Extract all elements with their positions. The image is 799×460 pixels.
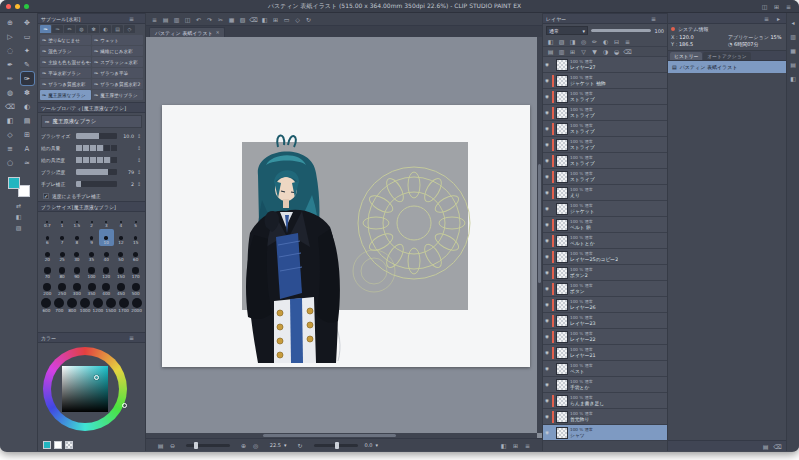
current-brush[interactable]: ✑ 魔王原液なブラシ <box>41 115 142 128</box>
frame-tool-icon[interactable]: ⊞ <box>21 128 34 141</box>
layer-thumbnail[interactable] <box>556 283 568 295</box>
layer-row[interactable]: ◉100 % 通常ボタン2 <box>543 265 667 281</box>
brush-size-cell[interactable]: 1000 <box>79 297 92 314</box>
brush-size-cell[interactable]: 5 <box>128 212 143 229</box>
palette-opt-icon[interactable]: ≡ <box>623 37 632 46</box>
layer-visibility-toggle[interactable]: ◉ <box>544 206 550 211</box>
horizontal-scroll-thumb[interactable] <box>263 434 396 437</box>
checkbox-icon[interactable]: ✓ <box>43 193 49 199</box>
brush-size-cell[interactable]: 700 <box>53 297 66 314</box>
cut-icon[interactable]: ✂ <box>216 15 225 24</box>
transparent-color-icon[interactable]: ▨ <box>14 223 23 232</box>
brush-size-cell[interactable]: 10 <box>99 229 114 246</box>
layer-row[interactable]: ◉100 % 通常ボタン <box>543 281 667 297</box>
reference-layer-icon[interactable]: ◎ <box>579 37 588 46</box>
layer-row[interactable]: ◉100 % 通常ベルトとか <box>543 233 667 249</box>
selection-tool-icon[interactable]: ▭ <box>21 30 34 43</box>
layer-row[interactable]: ◉100 % 通常レイヤー25のコピー2 <box>543 249 667 265</box>
subtool-tab-5[interactable]: ✽ <box>88 25 99 33</box>
subtool-brush-item[interactable]: ✑ザラつき平筆 <box>92 68 143 78</box>
brush-size-cell[interactable]: 50 <box>114 246 129 263</box>
delete-history-icon[interactable]: ⌫ <box>773 442 782 451</box>
rotate-reset-icon[interactable]: ↻ <box>296 441 305 450</box>
brush-size-cell[interactable]: 7 <box>55 229 70 246</box>
subtool-tab-3[interactable]: ✏ <box>64 25 75 33</box>
stepper-icon[interactable]: ↕ <box>136 145 142 151</box>
layer-row[interactable]: ◉100 % 通常ストライプ <box>543 89 667 105</box>
menu-icon[interactable]: ≡ <box>150 15 159 24</box>
apply-mask-icon[interactable]: ◒ <box>612 47 621 56</box>
brush-size-cell[interactable]: 600 <box>40 297 53 314</box>
brush-size-cell[interactable]: 3 <box>99 212 114 229</box>
save-icon[interactable]: ◫ <box>183 15 192 24</box>
history-item[interactable]: ▤パスティン 表紙イラスト <box>668 61 786 73</box>
brush-size-cell[interactable]: 0.7 <box>40 212 55 229</box>
layer-thumbnail[interactable] <box>556 331 568 343</box>
correction-tool-icon[interactable]: ≈ <box>21 156 34 169</box>
subtool-brush-item[interactable]: ✑ザラつき質感水彩 <box>40 79 91 89</box>
layer-row[interactable]: ◉100 % 通常ベルト 鋲 <box>543 217 667 233</box>
layer-visibility-toggle[interactable]: ◉ <box>544 430 550 435</box>
reset-zoom-icon[interactable]: ◎ <box>251 441 260 450</box>
tab-history[interactable]: ヒストリー <box>670 52 702 60</box>
layer-row[interactable]: ◉100 % 通常ジャケット <box>543 201 667 217</box>
close-window-button[interactable] <box>6 4 11 9</box>
flip-icon[interactable]: ◧ <box>499 441 508 450</box>
rotation-dropdown-icon[interactable]: ▾ <box>376 442 379 448</box>
layer-visibility-toggle[interactable]: ◉ <box>544 270 550 275</box>
layer-row[interactable]: ◉100 % 通常首元飾り <box>543 409 667 425</box>
pencil-tool-icon[interactable]: ✏ <box>4 72 17 85</box>
subtool-brush-item[interactable]: ✑魔王原液なブラシ <box>40 90 91 100</box>
stepper-icon[interactable]: ↕ <box>136 133 142 139</box>
layer-row[interactable]: ◉100 % 通常レイヤー21 <box>543 345 667 361</box>
layer-thumbnail[interactable] <box>556 427 568 439</box>
move-tool-icon[interactable]: ✥ <box>21 16 34 29</box>
switch-colors-icon[interactable]: ⇄ <box>14 201 23 210</box>
layer-row[interactable]: ◉100 % 通常ストライプ <box>543 121 667 137</box>
brush-size-cell[interactable]: 20 <box>40 246 55 263</box>
layer-row[interactable]: ◉100 % 通常らんま書き足し <box>543 393 667 409</box>
brush-size-cell[interactable]: 200 <box>40 280 55 297</box>
layer-row[interactable]: ◉100 % 通常レイヤー22 <box>543 329 667 345</box>
two-pane-icon[interactable]: ⊟ <box>612 37 621 46</box>
layer-visibility-toggle[interactable]: ◉ <box>544 62 550 67</box>
zoom-dropdown-icon[interactable]: ▾ <box>284 442 287 448</box>
mask-icon[interactable]: ◑ <box>601 47 610 56</box>
grid-icon[interactable]: ⊞ <box>271 15 280 24</box>
layer-visibility-toggle[interactable]: ◉ <box>544 158 550 163</box>
lock-alpha-icon[interactable]: ▨ <box>557 37 566 46</box>
layer-row[interactable]: ◉100 % 通常ストライプ <box>543 153 667 169</box>
airbrush-tool-icon[interactable]: ◍ <box>4 86 17 99</box>
minimize-window-button[interactable] <box>15 4 20 9</box>
stepper-icon[interactable]: ↕ <box>136 169 142 175</box>
subtool-brush-item[interactable]: ✑スプラッシュ水彩 <box>92 57 143 67</box>
layer-visibility-toggle[interactable]: ◉ <box>544 382 550 387</box>
zoom-in-icon[interactable]: ⊕ <box>239 441 248 450</box>
brush-size-cell[interactable]: 250 <box>55 280 70 297</box>
redo-icon[interactable]: ↷ <box>205 15 214 24</box>
balloon-tool-icon[interactable]: ○ <box>4 156 17 169</box>
hue-marker[interactable] <box>122 403 127 408</box>
layer-row[interactable]: ◉100 % 通常ストライプ <box>543 169 667 185</box>
brush-size-cell[interactable]: 500 <box>128 280 143 297</box>
layer-visibility-toggle[interactable]: ◉ <box>544 414 550 419</box>
sv-marker[interactable] <box>94 375 99 380</box>
stepper-icon[interactable]: ↕ <box>136 157 142 163</box>
layer-row[interactable]: ◉100 % 通常ストライプ <box>543 137 667 153</box>
layer-visibility-toggle[interactable]: ◉ <box>544 318 550 323</box>
pixel-grid-icon[interactable]: ⊞ <box>511 441 520 450</box>
subtool-tab-8[interactable]: ◇ <box>124 25 135 33</box>
brush-size-cell[interactable]: 12 <box>114 229 129 246</box>
subtool-brush-item[interactable]: ✑ウェット <box>92 35 143 45</box>
collapse-icon[interactable]: ▸ <box>774 14 783 23</box>
canvas-tab[interactable]: パスティン 表紙イラスト ✕ <box>149 27 225 37</box>
brush-size-cell[interactable]: 1500 <box>104 297 117 314</box>
pen-tool-icon[interactable]: ✎ <box>21 58 34 71</box>
rotation-slider[interactable] <box>314 444 358 447</box>
operation-tool-icon[interactable]: ▷ <box>4 30 17 43</box>
text-tool-icon[interactable]: A <box>21 142 34 155</box>
brush-size-cell[interactable]: 25 <box>55 246 70 263</box>
brush-size-cell[interactable]: 1.5 <box>69 212 84 229</box>
item-bank-panel-icon[interactable]: ▤ <box>789 60 798 69</box>
slider-value[interactable]: 79 <box>119 170 134 175</box>
